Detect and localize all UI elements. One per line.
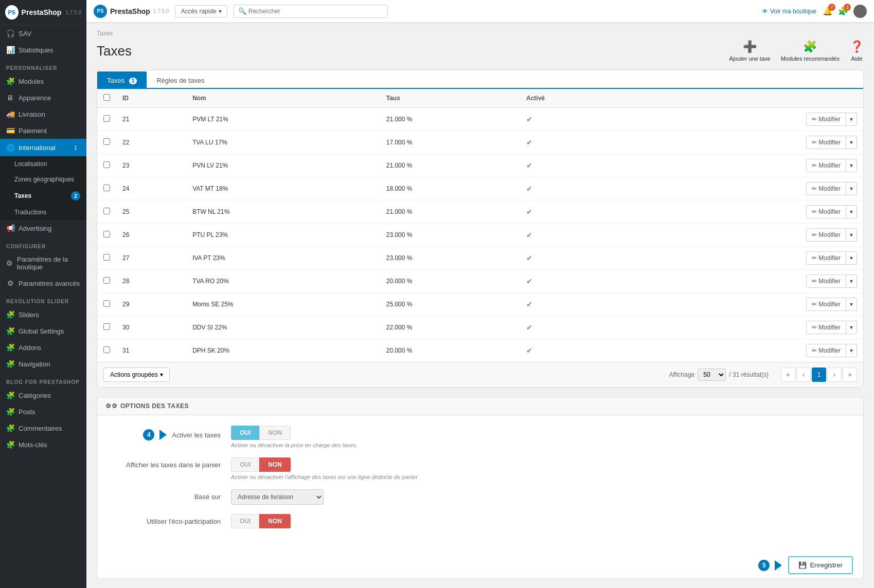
modifier-button[interactable]: ✏ Modifier xyxy=(806,113,846,126)
row-enabled: ✔ xyxy=(520,316,633,339)
modifier-dropdown-button[interactable]: ▾ xyxy=(846,228,857,242)
afficher-panier-non-button[interactable]: NON xyxy=(259,457,291,472)
per-page-select[interactable]: 50 20 100 xyxy=(698,369,726,381)
row-checkbox[interactable] xyxy=(103,346,110,353)
grouped-actions-button[interactable]: Actions groupées ▾ xyxy=(103,368,170,382)
pag-page1-button[interactable]: 1 xyxy=(812,368,826,382)
sidebar-item-mots-cles[interactable]: 🧩 Mots-clés xyxy=(0,436,86,453)
modifier-dropdown-button[interactable]: ▾ xyxy=(846,205,857,218)
modifier-button[interactable]: ✏ Modifier xyxy=(806,136,846,149)
sidebar-item-modules[interactable]: 🧩 Modules xyxy=(0,73,86,89)
modifier-dropdown-button[interactable]: ▾ xyxy=(846,274,857,288)
modifier-dropdown-button[interactable]: ▾ xyxy=(846,136,857,149)
sidebar-item-navigation[interactable]: 🧩 Navigation xyxy=(0,356,86,372)
sidebar-item-international[interactable]: 🌐 International 1 xyxy=(0,139,86,156)
sidebar-item-addons[interactable]: 🧩 Addons xyxy=(0,339,86,356)
help-button[interactable]: ❓ Aide xyxy=(850,40,864,62)
row-checkbox[interactable] xyxy=(103,138,110,145)
gear-icon: ⚙ xyxy=(6,259,13,267)
modifier-button[interactable]: ✏ Modifier xyxy=(806,182,846,195)
row-id: 30 xyxy=(116,316,186,339)
tab-regles[interactable]: Règles de taxes xyxy=(147,71,214,89)
pag-last-button[interactable]: » xyxy=(843,368,857,382)
pag-first-button[interactable]: « xyxy=(781,368,795,382)
sidebar-item-params-boutique[interactable]: ⚙ Paramètres de la boutique xyxy=(0,251,86,275)
row-checkbox[interactable] xyxy=(103,231,110,237)
activer-taxes-oui-button[interactable]: OUI xyxy=(231,426,259,440)
sidebar-item-apparence[interactable]: 🖥 Apparence xyxy=(0,89,86,106)
modifier-dropdown-button[interactable]: ▾ xyxy=(846,251,857,265)
modifier-button[interactable]: ✏ Modifier xyxy=(806,228,846,242)
base-sur-control: Adresse de livraison Adresse de facturat… xyxy=(231,489,324,505)
select-all-checkbox[interactable] xyxy=(103,94,110,101)
enabled-check-icon: ✔ xyxy=(526,161,532,170)
enabled-check-icon: ✔ xyxy=(526,115,532,123)
pag-next-button[interactable]: › xyxy=(827,368,842,382)
pag-prev-button[interactable]: ‹ xyxy=(796,368,811,382)
row-checkbox[interactable] xyxy=(103,254,110,261)
modifier-dropdown-button[interactable]: ▾ xyxy=(846,159,857,172)
modules-recommandes-button[interactable]: 🧩 Modules recommandés xyxy=(781,40,840,62)
modifier-button[interactable]: ✏ Modifier xyxy=(806,205,846,218)
modifier-dropdown-button[interactable]: ▾ xyxy=(846,113,857,126)
search-input[interactable] xyxy=(248,5,383,17)
sidebar-item-sliders[interactable]: 🧩 Sliders xyxy=(0,306,86,323)
modifier-button[interactable]: ✏ Modifier xyxy=(806,344,846,357)
topbar-right: 👁 Voir ma boutique 🔔 7 🧩 3 xyxy=(762,5,867,18)
sidebar-item-paiement[interactable]: 💳 Paiement xyxy=(0,122,86,139)
sidebar-logo: PS PrestaShop 1.7.5.0 xyxy=(0,0,86,25)
help-label: Aide xyxy=(851,56,862,62)
voir-boutique-link[interactable]: 👁 Voir ma boutique xyxy=(762,8,816,15)
tab-taxes[interactable]: Taxes 3 xyxy=(97,71,147,89)
row-checkbox[interactable] xyxy=(103,277,110,284)
sidebar-item-advertising[interactable]: 📢 Advertising xyxy=(0,220,86,236)
row-checkbox[interactable] xyxy=(103,323,110,330)
eco-oui-button[interactable]: OUI xyxy=(231,514,259,528)
base-sur-select[interactable]: Adresse de livraison Adresse de facturat… xyxy=(231,489,324,505)
notifications-icon-wrap[interactable]: 🔔 7 xyxy=(823,6,833,16)
row-checkbox[interactable] xyxy=(103,161,110,168)
eco-toggle: OUI NON xyxy=(231,514,291,528)
row-checkbox[interactable] xyxy=(103,208,110,214)
sidebar-item-label: Advertising xyxy=(19,225,51,232)
sidebar-item-posts[interactable]: 🧩 Posts xyxy=(0,403,86,420)
sidebar-item-livraison[interactable]: 🚚 Livraison xyxy=(0,106,86,122)
save-button[interactable]: 💾 Enregistrer xyxy=(788,556,853,574)
activer-taxes-non-button[interactable]: NON xyxy=(259,426,291,440)
affichage-label: Affichage xyxy=(669,371,694,378)
table-row: 24 VAT MT 18% 18.000 % ✔ ✏ Modifier ▾ xyxy=(97,177,863,200)
row-checkbox[interactable] xyxy=(103,300,110,307)
row-checkbox[interactable] xyxy=(103,115,110,122)
cart-icon-wrap[interactable]: 🧩 3 xyxy=(838,6,848,16)
sidebar-item-traductions[interactable]: Traductions xyxy=(0,205,86,220)
afficher-panier-oui-button[interactable]: OUI xyxy=(231,457,259,472)
add-tax-button[interactable]: ➕ Ajouter une taxe xyxy=(729,40,771,62)
sidebar-item-localisation[interactable]: Localisation xyxy=(0,156,86,172)
sidebar-item-taxes[interactable]: Taxes 2 xyxy=(0,187,86,205)
modifier-dropdown-button[interactable]: ▾ xyxy=(846,344,857,357)
eco-non-button[interactable]: NON xyxy=(259,514,291,528)
row-id: 27 xyxy=(116,247,186,270)
sidebar-item-categories[interactable]: 🧩 Catégories xyxy=(0,387,86,403)
page-title: Taxes xyxy=(97,43,132,59)
sidebar-item-zones[interactable]: Zones géographiques xyxy=(0,172,86,187)
modifier-dropdown-button[interactable]: ▾ xyxy=(846,321,857,334)
sidebar-submenu-international: Localisation Zones géographiques Taxes 2… xyxy=(0,156,86,220)
user-avatar[interactable] xyxy=(853,5,867,18)
modifier-dropdown-button[interactable]: ▾ xyxy=(846,298,857,311)
modifier-button[interactable]: ✏ Modifier xyxy=(806,159,846,172)
sidebar-item-global-settings[interactable]: 🧩 Global Settings xyxy=(0,323,86,339)
sidebar-item-params-avances[interactable]: ⚙ Paramètres avancés xyxy=(0,275,86,291)
row-checkbox[interactable] xyxy=(103,185,110,191)
quickaccess-button[interactable]: Accès rapide ▾ xyxy=(175,5,227,17)
sidebar-item-sav[interactable]: 🎧 SAV xyxy=(0,25,86,42)
sidebar-item-statistiques[interactable]: 📊 Statistiques xyxy=(0,42,86,58)
modifier-button[interactable]: ✏ Modifier xyxy=(806,251,846,265)
modifier-button[interactable]: ✏ Modifier xyxy=(806,298,846,311)
row-id: 24 xyxy=(116,177,186,200)
table-row: 26 PTU PL 23% 23.000 % ✔ ✏ Modifier ▾ xyxy=(97,224,863,247)
modifier-button[interactable]: ✏ Modifier xyxy=(806,274,846,288)
modifier-button[interactable]: ✏ Modifier xyxy=(806,321,846,334)
sidebar-item-commentaires[interactable]: 🧩 Commentaires xyxy=(0,420,86,436)
modifier-dropdown-button[interactable]: ▾ xyxy=(846,182,857,195)
